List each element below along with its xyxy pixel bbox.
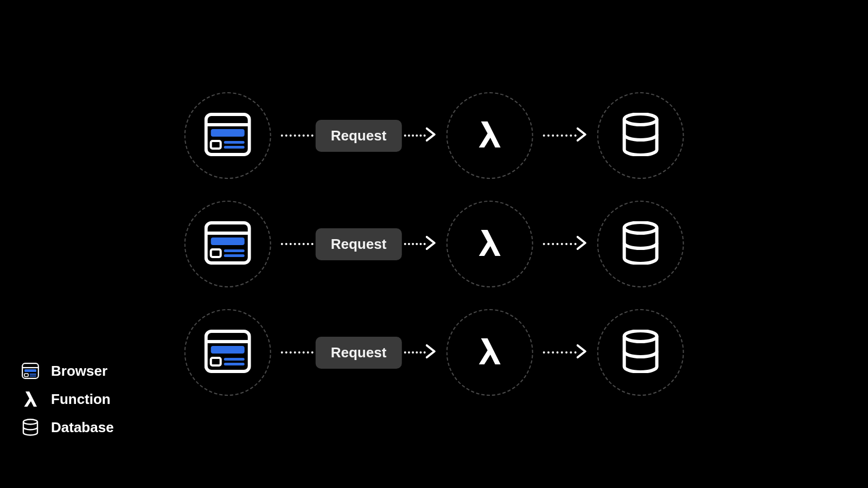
arrow-function-to-database [533, 236, 597, 252]
arrowhead-icon [576, 236, 587, 252]
database-node [597, 92, 684, 179]
arrow-function-to-database [533, 344, 597, 361]
function-node [446, 309, 533, 396]
browser-icon [205, 330, 251, 375]
legend: Browser Function Database [22, 362, 114, 436]
function-node [446, 201, 533, 287]
arrow-browser-to-function: Request [271, 337, 446, 369]
arrow-browser-to-function: Request [271, 228, 446, 260]
function-node [446, 92, 533, 179]
legend-item-database: Database [22, 419, 114, 436]
legend-label: Function [51, 391, 111, 408]
request-badge: Request [316, 120, 402, 152]
browser-icon [205, 113, 251, 158]
database-icon [621, 330, 659, 375]
lambda-icon [22, 390, 39, 408]
browser-icon [205, 221, 251, 267]
flow-row: Request [184, 92, 684, 179]
arrowhead-icon [425, 236, 436, 252]
browser-node [184, 201, 271, 287]
browser-node [184, 92, 271, 179]
lambda-icon [476, 119, 503, 152]
legend-item-function: Function [22, 390, 114, 408]
lambda-icon [476, 228, 503, 260]
database-icon [621, 113, 659, 158]
database-node [597, 201, 684, 287]
lambda-icon [476, 336, 503, 369]
arrowhead-icon [425, 127, 436, 144]
arrow-function-to-database [533, 127, 597, 144]
request-badge: Request [316, 337, 402, 369]
browser-icon [22, 362, 39, 380]
request-badge: Request [316, 228, 402, 260]
database-node [597, 309, 684, 396]
architecture-diagram: Request Request [184, 92, 684, 396]
database-icon [22, 419, 39, 436]
arrowhead-icon [576, 127, 587, 144]
arrowhead-icon [425, 344, 436, 361]
arrow-browser-to-function: Request [271, 120, 446, 152]
legend-item-browser: Browser [22, 362, 114, 380]
legend-label: Database [51, 419, 114, 436]
database-icon [621, 221, 659, 267]
flow-row: Request [184, 309, 684, 396]
legend-label: Browser [51, 363, 107, 380]
arrowhead-icon [576, 344, 587, 361]
browser-node [184, 309, 271, 396]
flow-row: Request [184, 201, 684, 287]
